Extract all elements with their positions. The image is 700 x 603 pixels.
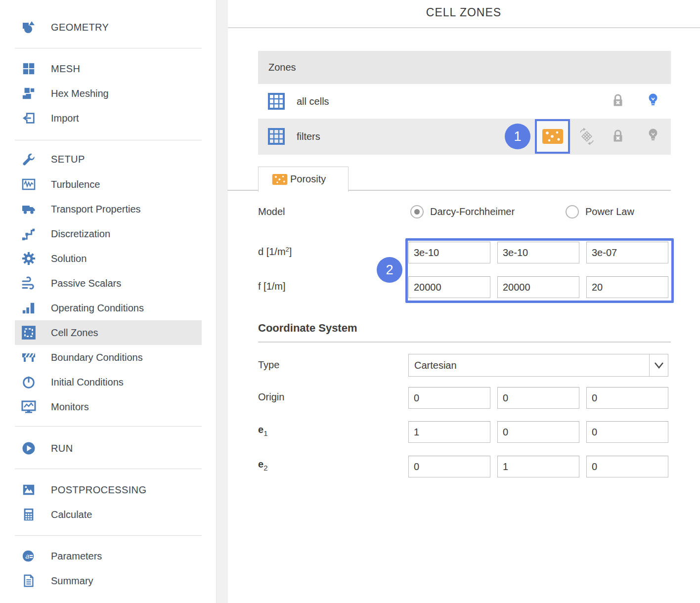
f-z-input[interactable] bbox=[586, 276, 668, 298]
chevron-down-icon[interactable] bbox=[649, 354, 668, 376]
rotating-zone-icon[interactable] bbox=[577, 127, 597, 148]
zone-name: filters bbox=[297, 119, 320, 155]
turbulence-icon bbox=[20, 176, 37, 193]
sidebar-item-parameters[interactable]: a Parameters bbox=[15, 544, 202, 568]
e2-z-input[interactable] bbox=[586, 456, 668, 477]
gear-icon bbox=[20, 250, 37, 267]
sidebar-divider bbox=[15, 535, 202, 536]
sidebar-item-postprocessing[interactable]: POSTPROCESSING bbox=[15, 477, 202, 502]
sidebar-item-label: Initial Conditions bbox=[51, 377, 124, 388]
f-x-input[interactable] bbox=[408, 276, 490, 298]
model-label: Model bbox=[258, 206, 285, 217]
visibility-bulb-off-icon[interactable] bbox=[647, 128, 659, 147]
sidebar-item-label: Discretization bbox=[51, 228, 110, 240]
zone-row-filters[interactable]: filters 1 bbox=[258, 119, 671, 155]
tab-label: Porosity bbox=[290, 167, 326, 191]
sidebar-item-label: Calculate bbox=[51, 509, 92, 520]
radio-button[interactable] bbox=[566, 205, 579, 218]
zone-name: all cells bbox=[297, 84, 329, 119]
page-title: CELL ZONES bbox=[227, 6, 700, 19]
sidebar-item-monitors[interactable]: Monitors bbox=[15, 394, 202, 419]
sidebar-item-setup[interactable]: SETUP bbox=[15, 147, 202, 172]
origin-y-input[interactable] bbox=[497, 387, 579, 409]
sidebar-item-import[interactable]: Import bbox=[15, 106, 202, 130]
f-coefficient-label: f [1/m] bbox=[258, 281, 286, 292]
sidebar-item-label: Monitors bbox=[51, 401, 89, 413]
sidebar-item-geometry[interactable]: GEOMETRY bbox=[15, 15, 202, 40]
hex-meshing-icon bbox=[20, 85, 37, 102]
origin-x-input[interactable] bbox=[408, 387, 490, 409]
sidebar-item-mesh[interactable]: MESH bbox=[15, 56, 202, 81]
sidebar-item-initial-conditions[interactable]: Initial Conditions bbox=[15, 370, 202, 394]
e2-y-input[interactable] bbox=[497, 456, 579, 477]
type-select-value: Cartesian bbox=[414, 354, 457, 376]
lock-icon[interactable] bbox=[611, 92, 625, 111]
svg-text:a: a bbox=[25, 552, 30, 560]
sidebar-item-label: Parameters bbox=[51, 551, 102, 562]
type-label: Type bbox=[258, 359, 279, 371]
d-x-input[interactable] bbox=[408, 242, 490, 263]
sidebar-item-solution[interactable]: Solution bbox=[15, 246, 202, 271]
step-1-badge: 1 bbox=[505, 124, 530, 149]
e1-z-input[interactable] bbox=[586, 421, 668, 443]
sidebar-divider bbox=[15, 48, 202, 48]
radio-button-selected[interactable] bbox=[410, 205, 424, 218]
sidebar: GEOMETRY MESH Hex Meshing Import bbox=[0, 0, 216, 603]
sidebar-item-operating-conditions[interactable]: Operating Conditions bbox=[15, 296, 202, 320]
sidebar-item-boundary-conditions[interactable]: Boundary Conditions bbox=[15, 345, 202, 370]
type-select[interactable]: Cartesian bbox=[408, 354, 668, 377]
sidebar-item-label: Hex Meshing bbox=[51, 88, 109, 99]
sidebar-item-discretization[interactable]: Discretization bbox=[15, 221, 202, 246]
sidebar-item-calculate[interactable]: Calculate bbox=[15, 502, 202, 527]
sidebar-item-label: Solution bbox=[51, 253, 87, 264]
d-y-input[interactable] bbox=[497, 242, 579, 263]
e2-x-input[interactable] bbox=[408, 456, 490, 477]
e2-label: e2 bbox=[258, 459, 267, 470]
sidebar-item-label: Summary bbox=[51, 575, 93, 587]
power-clock-icon bbox=[20, 374, 37, 390]
tab-porosity[interactable]: Porosity bbox=[258, 167, 349, 192]
setup-icon bbox=[20, 151, 37, 168]
sidebar-item-label: Passive Scalars bbox=[51, 278, 121, 289]
sidebar-item-label: Cell Zones bbox=[51, 327, 98, 339]
e1-label: e1 bbox=[258, 424, 267, 435]
header-divider bbox=[228, 27, 700, 28]
radio-group-power-law[interactable]: Power Law bbox=[566, 205, 634, 218]
image-icon bbox=[20, 481, 37, 498]
radio-label: Darcy-Forchheimer bbox=[430, 206, 515, 217]
lock-icon[interactable] bbox=[611, 128, 625, 147]
visibility-bulb-on-icon[interactable] bbox=[647, 92, 659, 112]
sidebar-divider bbox=[15, 469, 202, 469]
sidebar-item-label: Turbulence bbox=[51, 179, 100, 190]
porosity-icon bbox=[272, 173, 288, 187]
step-2-badge: 2 bbox=[377, 257, 402, 283]
f-y-input[interactable] bbox=[497, 276, 579, 298]
sidebar-divider bbox=[15, 140, 202, 140]
zone-row-all-cells[interactable]: all cells bbox=[258, 84, 671, 119]
e1-y-input[interactable] bbox=[497, 421, 579, 443]
highlight-box-1 bbox=[535, 119, 570, 154]
sidebar-item-cell-zones[interactable]: Cell Zones bbox=[15, 320, 202, 345]
sidebar-item-run[interactable]: RUN bbox=[15, 436, 202, 461]
d-z-input[interactable] bbox=[586, 242, 668, 263]
e1-x-input[interactable] bbox=[408, 421, 490, 443]
document-icon bbox=[20, 572, 37, 589]
porosity-icon[interactable] bbox=[542, 129, 564, 144]
zones-list-header: Zones bbox=[258, 51, 671, 84]
monitor-chart-icon bbox=[20, 398, 37, 415]
origin-label: Origin bbox=[258, 391, 284, 403]
sidebar-item-passive-scalars[interactable]: Passive Scalars bbox=[15, 271, 202, 296]
sidebar-item-hex-meshing[interactable]: Hex Meshing bbox=[15, 81, 202, 106]
origin-z-input[interactable] bbox=[586, 387, 668, 409]
d-coefficient-label: d [1/m2] bbox=[258, 246, 292, 258]
cell-zones-icon bbox=[20, 324, 37, 341]
zone-grid-icon bbox=[267, 92, 285, 112]
parameters-icon: a bbox=[20, 548, 37, 564]
scrollbar-track bbox=[216, 0, 228, 603]
sidebar-item-label: MESH bbox=[51, 63, 80, 75]
sidebar-item-transport-properties[interactable]: Transport Properties bbox=[15, 197, 202, 221]
radio-group-darcy-forchheimer[interactable]: Darcy-Forchheimer bbox=[410, 205, 515, 218]
sidebar-item-turbulence[interactable]: Turbulence bbox=[15, 172, 202, 197]
sidebar-item-label: Import bbox=[51, 113, 79, 124]
sidebar-item-summary[interactable]: Summary bbox=[15, 568, 202, 593]
